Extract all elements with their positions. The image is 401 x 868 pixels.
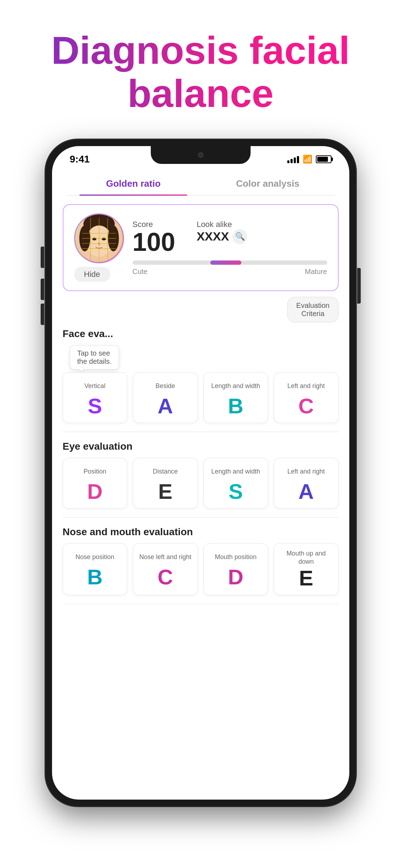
grade-card-label: Beside [138,378,193,394]
slider-fill [210,260,241,265]
grade-letter: S [67,396,123,417]
notch [151,146,251,164]
page-title: Diagnosis facial balance [21,29,380,115]
grade-letter: D [208,567,264,588]
grade-card-label: Distance [138,464,193,480]
grade-letter: B [208,396,264,417]
svg-point-6 [92,238,96,241]
score-card: Hide Score 100 Look alike XXXX [63,204,339,291]
tab-golden-ratio[interactable]: Golden ratio [66,171,201,195]
section-divider-2 [63,517,339,518]
cute-mature-slider[interactable] [133,260,327,265]
grade-card[interactable]: Mouth up and down E [274,543,339,595]
phone-frame: 9:41 📶 Golden ratio [46,140,356,806]
eye-evaluation-section: Eye evaluation Position D Distance E Len… [52,441,349,508]
grade-card[interactable]: Left and right A [274,458,339,508]
eye-eval-title: Eye evaluation [63,441,339,452]
grade-card-label: Vertical [67,378,123,394]
grade-letter: B [67,567,123,588]
score-section: Score 100 [133,220,175,255]
svg-point-7 [102,238,106,241]
mature-label: Mature [305,268,327,276]
grade-card[interactable]: Vertical S [63,372,128,423]
grade-letter: D [67,481,123,502]
screen-content[interactable]: Hide Score 100 Look alike XXXX [52,196,349,800]
grade-card[interactable]: Beside A [133,372,198,423]
tab-bar: Golden ratio Color analysis [66,171,335,196]
nose-mouth-eval-title: Nose and mouth evaluation [63,526,339,538]
look-alike-search: XXXX 🔍 [197,229,248,244]
grade-card[interactable]: Length and width B [204,372,268,423]
face-eval-title: Face eva... [63,328,339,340]
grade-letter: A [278,481,334,502]
grade-card[interactable]: Length and width S [204,458,268,508]
slider-labels: Cute Mature [133,268,327,276]
status-time: 9:41 [70,154,90,165]
grade-letter: S [208,481,264,502]
score-labels: Score 100 Look alike XXXX 🔍 [133,220,327,255]
face-eval-grid: Vertical S Beside A Length and width B L… [63,372,339,423]
score-value: 100 [133,229,175,255]
grade-card-label: Mouth up and down [278,549,334,566]
hide-button[interactable]: Hide [74,267,110,282]
grade-letter: E [138,481,193,502]
grade-letter: A [138,396,193,417]
signal-icon [287,155,299,163]
look-alike-section: Look alike XXXX 🔍 [197,220,248,255]
grade-card-label: Mouth position [208,549,264,565]
grade-card-label: Length and width [208,378,264,394]
grade-card-label: Left and right [278,378,334,394]
face-evaluation-section: Face eva... Tap to seethe details. Verti… [52,328,349,423]
section-divider-3 [63,604,339,604]
grade-letter: E [278,568,334,589]
look-alike-label: Look alike [197,220,248,229]
nose-mouth-eval-grid: Nose position B Nose left and right C Mo… [63,543,339,595]
grade-card-label: Length and width [208,464,264,480]
eye-eval-grid: Position D Distance E Length and width S… [63,458,339,508]
status-icons: 📶 [287,155,331,164]
grade-card-label: Nose left and right [138,549,193,565]
phone-screen: 9:41 📶 Golden ratio [52,146,349,800]
evaluation-criteria-button[interactable]: Evaluation Criteria [287,297,338,322]
header: Diagnosis facial balance [0,0,401,129]
look-alike-value: XXXX [197,229,229,243]
score-info: Score 100 Look alike XXXX 🔍 [133,220,327,276]
battery-fill [317,157,328,162]
eval-criteria-area: Evaluation Criteria [63,297,339,322]
grade-card[interactable]: Left and right C [274,372,339,423]
tooltip-bubble: Tap to seethe details. [70,345,119,370]
grade-card[interactable]: Nose left and right C [133,543,198,595]
cute-label: Cute [133,268,148,276]
grade-card[interactable]: Mouth position D [204,543,268,595]
grade-letter: C [278,396,334,417]
grade-card[interactable]: Position D [63,458,128,508]
section-divider-1 [63,432,339,432]
grade-card-label: Left and right [278,464,334,480]
wifi-icon: 📶 [303,155,312,164]
grade-card[interactable]: Nose position B [63,543,128,595]
grade-card-label: Position [67,464,123,480]
avatar-svg [75,213,123,263]
avatar-container: Hide [74,213,124,282]
grade-card[interactable]: Distance E [133,458,198,508]
grade-card-label: Nose position [67,549,123,565]
battery-icon [316,155,331,163]
phone-wrapper: 9:41 📶 Golden ratio [0,140,401,806]
look-alike-search-button[interactable]: 🔍 [232,229,247,244]
avatar [74,213,124,263]
nose-mouth-evaluation-section: Nose and mouth evaluation Nose position … [52,526,349,595]
grade-letter: C [138,567,193,588]
tab-color-analysis[interactable]: Color analysis [201,171,335,195]
notch-camera [198,152,204,158]
